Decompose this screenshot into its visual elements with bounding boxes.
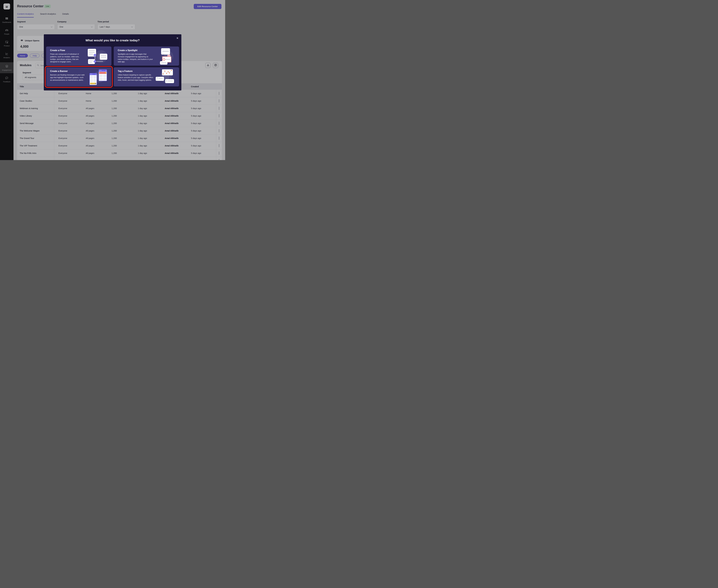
flow-illustration bbox=[86, 48, 110, 65]
close-icon[interactable]: ✕ bbox=[176, 37, 179, 40]
tag-feature-card[interactable]: Tag a Feature Utilize feature targeting … bbox=[114, 67, 179, 86]
tag-feature-illustration bbox=[153, 68, 177, 86]
svg-text:DIV: DIV bbox=[168, 55, 170, 56]
card-description: Flows are composed of individual UI patt… bbox=[50, 53, 86, 63]
modal-cards: Create a Flow Flows are composed of indi… bbox=[46, 46, 179, 86]
app-screen: u Dashboards People bbox=[0, 0, 225, 160]
card-description: Utilize feature targeting to capture spe… bbox=[118, 74, 153, 81]
create-banner-card[interactable]: Create a Banner Banners are floating mes… bbox=[46, 67, 111, 86]
create-modal: What would you like to create today? ✕ C… bbox=[44, 34, 181, 90]
card-description: Banners are floating messages in your we… bbox=[50, 74, 86, 81]
svg-text:u: u bbox=[106, 70, 106, 71]
svg-text:u: u bbox=[96, 74, 97, 75]
spotlight-illustration: DIV bbox=[153, 48, 177, 65]
card-description: Spotlights are in-app messages that incr… bbox=[118, 53, 153, 63]
modal-title: What would you like to create today? bbox=[44, 39, 181, 42]
banner-illustration: u bbox=[86, 68, 110, 87]
create-flow-card[interactable]: Create a Flow Flows are composed of indi… bbox=[46, 46, 111, 66]
create-spotlight-card[interactable]: Create a Spotlight Spotlights are in-app… bbox=[114, 46, 179, 66]
